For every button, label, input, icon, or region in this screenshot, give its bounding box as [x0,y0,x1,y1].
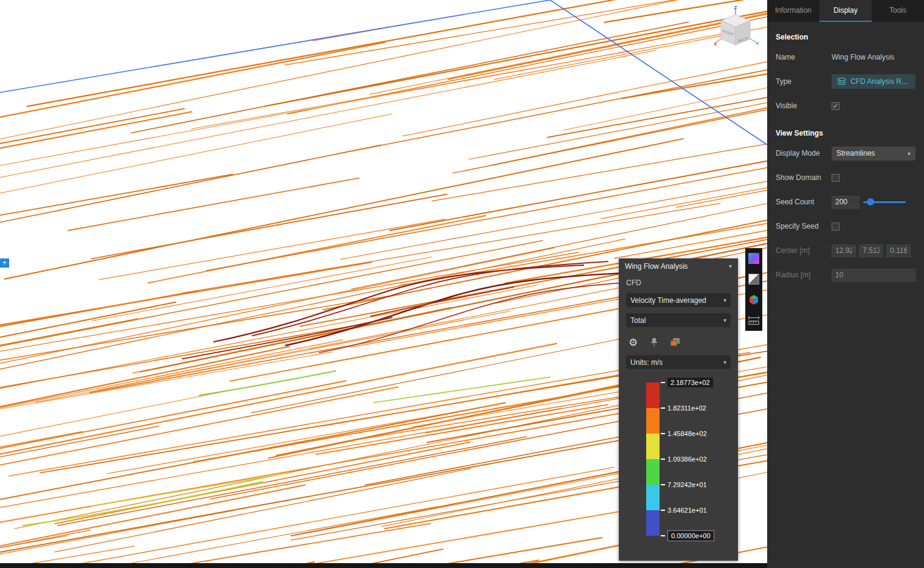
scale-label[interactable]: 2.18773e+02 [667,378,713,387]
legend-panel: Wing Flow Analysis ▾ CFD Velocity Time-a… [619,258,738,561]
center-y-input[interactable] [859,244,883,257]
axis-z-label: Z [734,6,737,10]
slider-thumb[interactable] [867,198,874,206]
show-domain-checkbox[interactable] [832,174,840,182]
tab-information[interactable]: Information [767,0,819,22]
type-value: CFD Analysis R... [850,77,908,86]
color-scale-segment [646,434,660,459]
pin-icon[interactable] [650,338,658,347]
right-panel: Information Display Tools Selection Name… [767,0,924,568]
component-dropdown[interactable]: Total ▾ [626,313,731,327]
specify-seed-label: Specify Seed [776,222,832,230]
axis-y-label: Y [756,41,759,46]
chevron-down-icon: ▾ [908,150,911,157]
color-scale: 2.18773e+021.82311e+021.45848e+021.09386… [626,379,731,543]
tab-display[interactable]: Display [819,0,872,22]
viewer-toolbar [745,248,762,331]
units-dropdown[interactable]: Units: m/s ▾ [626,355,731,369]
tab-tools[interactable]: Tools [872,0,924,22]
scale-label: 3.64621e+01 [667,507,707,514]
3d-viewport[interactable]: Z RIGHT BACK X Y + Wing Flow Analysis ▾ … [0,0,767,568]
scale-label: 7.29242e+01 [667,481,707,488]
name-label: Name [776,53,832,61]
color-scale-segment [646,459,660,485]
specify-seed-checkbox[interactable] [832,223,840,230]
chevron-down-icon: ▾ [723,317,726,324]
center-z-input[interactable] [886,244,911,257]
center-row: Center [m] [767,238,924,263]
center-label: Center [m] [776,246,832,255]
axis-x-label: X [714,41,717,47]
type-row: Type CFD Analysis R... [767,69,924,94]
scale-tick [661,535,665,536]
color-scale-segment [646,510,660,536]
seed-count-label: Seed Count [776,198,832,206]
rescale-colormap-icon[interactable] [671,338,680,347]
display-mode-select[interactable]: Streamlines ▾ [832,147,915,161]
panel-tabs: Information Display Tools [767,0,924,22]
chevron-down-icon: ▾ [729,263,732,269]
color-scale-segment [646,485,660,510]
type-label: Type [776,77,832,86]
scale-label: 1.82311e+02 [667,404,706,412]
selection-section-header: Selection [767,22,924,45]
display-mode-label: Display Mode [776,149,832,158]
legend-header[interactable]: Wing Flow Analysis ▾ [619,258,738,274]
visible-checkbox[interactable]: ✓ [832,102,840,110]
center-x-input[interactable] [832,244,856,257]
color-scale-segment [646,408,660,434]
name-value: Wing Flow Analysis [832,53,894,61]
chevron-down-icon: ▾ [723,359,726,365]
scale-tick [661,433,665,434]
scale-label: 1.45848e+02 [667,430,707,437]
radius-row: Radius [m] [767,263,924,287]
visible-row: Visible ✓ [767,94,924,118]
colormap-icon[interactable] [748,253,759,264]
scale-tick [661,382,665,383]
specify-seed-row: Specify Seed [767,214,924,238]
scale-label[interactable]: 0.00000e+00 [667,530,714,541]
layers-icon [837,77,846,86]
panel-expand-button[interactable]: + [0,258,9,268]
seed-count-input[interactable] [832,196,860,209]
scale-tick [661,510,665,511]
colored-cube-icon[interactable] [748,294,759,305]
ruler-scale-icon[interactable] [748,315,759,326]
bottom-bar [0,563,767,568]
settings-gear-icon[interactable]: ⚙ [629,338,638,348]
chevron-down-icon: ▾ [723,297,726,303]
field-dropdown[interactable]: Velocity Time-averaged ▾ [626,293,731,307]
type-value-chip[interactable]: CFD Analysis R... [832,74,915,89]
radius-input[interactable] [832,269,915,282]
display-mode-row: Display Mode Streamlines ▾ [767,141,924,165]
visible-label: Visible [776,102,832,110]
show-domain-row: Show Domain [767,165,924,190]
scale-tick [661,484,665,485]
show-domain-label: Show Domain [776,173,832,182]
legend-title: Wing Flow Analysis [625,262,688,271]
scale-tick [661,459,665,460]
color-scale-segment [646,383,660,408]
color-scale-bar [646,383,660,536]
view-cube[interactable]: Z RIGHT BACK X Y [711,6,760,58]
radius-label: Radius [m] [776,271,832,279]
scale-tick [661,407,665,409]
scale-label: 1.09386e+02 [667,455,707,463]
seed-count-row: Seed Count [767,190,924,214]
seed-count-slider[interactable] [863,198,906,206]
legend-subtitle: CFD [626,279,731,287]
contrast-icon[interactable] [748,274,759,285]
name-row: Name Wing Flow Analysis [767,45,924,69]
view-settings-section-header: View Settings [767,118,924,141]
app-root: Z RIGHT BACK X Y + Wing Flow Analysis ▾ … [0,0,924,568]
